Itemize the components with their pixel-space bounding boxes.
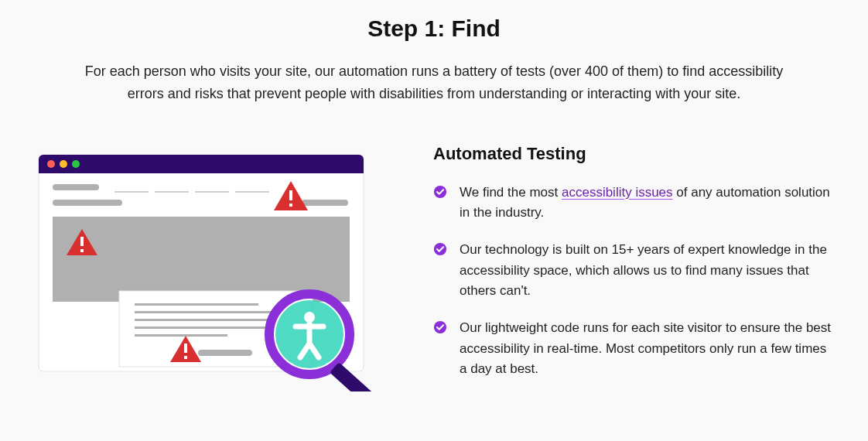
svg-rect-25 <box>184 344 187 353</box>
svg-point-4 <box>60 160 67 168</box>
check-circle-icon <box>433 185 447 199</box>
accessibility-issues-link[interactable]: accessibility issues <box>562 185 673 200</box>
browser-illustration-icon <box>31 144 387 391</box>
svg-rect-24 <box>289 203 292 207</box>
list-item: Our lightweight code runs for each site … <box>433 318 837 379</box>
svg-rect-22 <box>80 249 84 252</box>
svg-rect-17 <box>135 319 274 321</box>
svg-rect-9 <box>195 191 229 193</box>
intro-paragraph: For each person who visits your site, ou… <box>78 60 790 105</box>
bullet-text: Our technology is built on 15+ years of … <box>460 240 837 301</box>
svg-rect-11 <box>53 200 122 206</box>
svg-rect-7 <box>114 191 149 193</box>
svg-rect-2 <box>39 167 364 173</box>
svg-rect-20 <box>198 350 252 356</box>
check-circle-icon <box>433 242 447 256</box>
svg-rect-18 <box>135 326 274 329</box>
svg-rect-19 <box>135 334 227 337</box>
svg-rect-16 <box>135 311 274 313</box>
text-column: Automated Testing We find the most acces… <box>433 144 837 397</box>
bullet-list: We find the most accessibility issues of… <box>433 183 837 380</box>
bullet-text: We find the most accessibility issues of… <box>460 183 837 224</box>
svg-rect-15 <box>135 303 258 306</box>
content-row: Automated Testing We find the most acces… <box>31 144 837 397</box>
svg-rect-13 <box>53 217 350 302</box>
svg-rect-26 <box>184 356 187 359</box>
svg-rect-21 <box>80 237 84 246</box>
svg-rect-6 <box>53 184 99 190</box>
bullet-text: Our lightweight code runs for each site … <box>460 318 837 379</box>
illustration-container <box>31 144 387 391</box>
check-circle-icon <box>433 320 447 334</box>
step-heading: Step 1: Find <box>31 15 837 42</box>
subheading: Automated Testing <box>433 144 837 164</box>
svg-rect-12 <box>302 200 348 206</box>
svg-point-3 <box>47 160 55 168</box>
svg-rect-8 <box>155 191 189 193</box>
svg-rect-10 <box>235 191 269 193</box>
svg-rect-23 <box>289 190 292 200</box>
list-item: We find the most accessibility issues of… <box>433 183 837 224</box>
list-item: Our technology is built on 15+ years of … <box>433 240 837 301</box>
svg-point-5 <box>72 160 80 168</box>
